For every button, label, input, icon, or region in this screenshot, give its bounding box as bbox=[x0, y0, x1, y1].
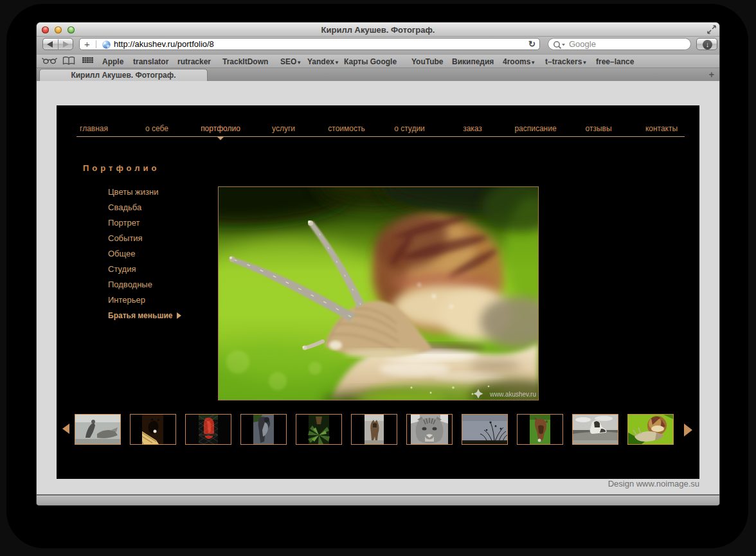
svg-text:www.akushev.ru: www.akushev.ru bbox=[489, 391, 536, 398]
